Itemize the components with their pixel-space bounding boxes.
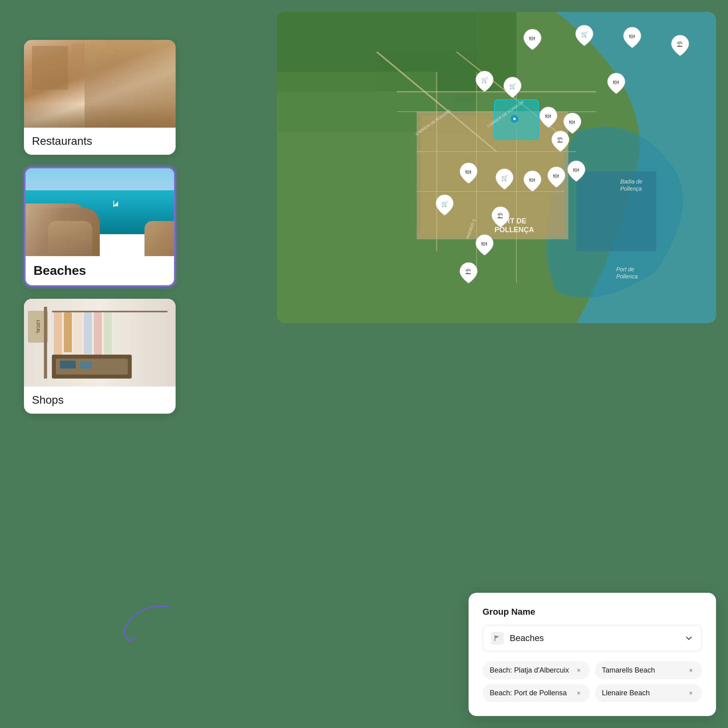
card-restaurants[interactable]: Restaurants bbox=[24, 40, 176, 155]
tag-item: Llenaire Beach × bbox=[595, 684, 702, 702]
tag-label: Beach: Port de Pollensa bbox=[490, 689, 567, 697]
svg-text:⛱: ⛱ bbox=[497, 213, 503, 219]
svg-text:🍽: 🍽 bbox=[553, 173, 559, 179]
svg-text:Pollenca: Pollenca bbox=[616, 273, 638, 280]
map-svg: PORT DE POLLENÇA Badia de Pollença Port … bbox=[277, 12, 716, 323]
svg-text:Badia de: Badia de bbox=[620, 178, 642, 185]
svg-rect-4 bbox=[277, 72, 437, 231]
tag-close-button[interactable]: × bbox=[575, 667, 583, 675]
svg-text:⛱: ⛱ bbox=[557, 137, 563, 143]
svg-text:🛒: 🛒 bbox=[441, 201, 449, 207]
svg-text:Port de: Port de bbox=[616, 266, 634, 272]
svg-text:🍽: 🍽 bbox=[529, 35, 535, 41]
svg-text:🍽: 🍽 bbox=[481, 241, 487, 247]
card-shops-label: Shops bbox=[24, 387, 176, 414]
svg-point-21 bbox=[513, 118, 516, 120]
card-restaurants-image bbox=[24, 40, 176, 128]
tag-item: Tamarells Beach × bbox=[595, 661, 702, 679]
svg-text:🛒: 🛒 bbox=[509, 83, 516, 90]
panel-title: Group Name bbox=[483, 607, 702, 617]
tag-label: Tamarells Beach bbox=[602, 666, 655, 675]
tag-close-button[interactable]: × bbox=[575, 689, 583, 697]
tags-grid: Beach: Platja d'Albercuix × Tamarells Be… bbox=[483, 661, 702, 702]
group-selector[interactable]: Beaches bbox=[483, 625, 702, 651]
svg-text:Pollença: Pollença bbox=[620, 185, 642, 192]
svg-rect-5 bbox=[576, 172, 656, 251]
svg-rect-50 bbox=[495, 635, 495, 641]
tag-item: Beach: Port de Pollensa × bbox=[483, 684, 590, 702]
tag-close-button[interactable]: × bbox=[687, 689, 695, 697]
selection-arrow bbox=[112, 596, 184, 648]
map-container[interactable]: PORT DE POLLENÇA Badia de Pollença Port … bbox=[277, 12, 716, 323]
category-panel: Restaurants Beaches LOCAL bbox=[24, 40, 176, 414]
svg-text:🍽: 🍽 bbox=[569, 119, 575, 125]
svg-text:🛒: 🛒 bbox=[581, 31, 588, 38]
group-name-label: Beaches bbox=[510, 633, 684, 643]
card-restaurants-label: Restaurants bbox=[24, 128, 176, 155]
card-beaches-image bbox=[26, 168, 174, 256]
svg-text:🛒: 🛒 bbox=[481, 77, 489, 84]
flag-icon bbox=[491, 632, 504, 645]
svg-text:⛱: ⛱ bbox=[465, 268, 471, 275]
svg-text:🍽: 🍽 bbox=[529, 177, 535, 183]
tag-label: Beach: Platja d'Albercuix bbox=[490, 666, 569, 675]
card-beaches-label: Beaches bbox=[26, 256, 174, 285]
card-beaches[interactable]: Beaches bbox=[24, 167, 176, 287]
svg-text:⛱: ⛱ bbox=[677, 41, 682, 47]
chevron-down-icon bbox=[684, 633, 694, 643]
tag-label: Llenaire Beach bbox=[602, 689, 650, 697]
info-panel: Group Name Beaches Beach: Platja d'Alber… bbox=[469, 593, 716, 716]
tag-close-button[interactable]: × bbox=[687, 667, 695, 675]
svg-text:🍽: 🍽 bbox=[573, 167, 579, 173]
svg-text:🍽: 🍽 bbox=[545, 113, 551, 119]
svg-text:🍽: 🍽 bbox=[629, 33, 635, 39]
svg-text:🛒: 🛒 bbox=[501, 175, 508, 182]
card-shops-image: LOCAL bbox=[24, 299, 176, 387]
svg-text:🍽: 🍽 bbox=[613, 79, 619, 85]
card-shops[interactable]: LOCAL Shops bbox=[24, 299, 176, 414]
tag-item: Beach: Platja d'Albercuix × bbox=[483, 661, 590, 679]
svg-text:🍽: 🍽 bbox=[465, 169, 471, 175]
